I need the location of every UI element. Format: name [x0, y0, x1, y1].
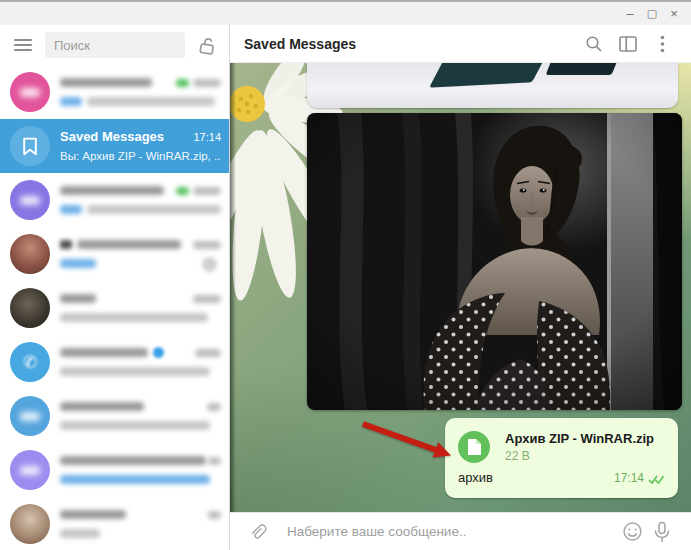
file-title: Архив ZIP - WinRAR.zip	[505, 431, 654, 446]
chat-list-item-redacted[interactable]	[0, 65, 229, 119]
chat-pane: Saved Messages	[230, 25, 691, 550]
window-close-button[interactable]: ×	[663, 7, 685, 20]
window-minimize-button[interactable]: –	[619, 7, 641, 20]
chat-list-item-saved-messages[interactable]: Saved Messages 17:14 Вы: Архив ZIP - Win…	[0, 119, 229, 173]
avatar	[10, 396, 50, 436]
emoji-icon[interactable]	[617, 517, 647, 547]
phone-icon: ✆	[23, 352, 37, 373]
bookmark-icon	[22, 137, 38, 156]
read-checks-icon	[648, 474, 665, 485]
sidebar-header: Поиск	[0, 25, 229, 65]
avatar	[10, 450, 50, 490]
chat-list-item-redacted[interactable]: ✆	[0, 335, 229, 389]
search-placeholder: Поиск	[54, 38, 90, 53]
verified-badge	[153, 347, 164, 358]
chat-header: Saved Messages	[230, 25, 691, 63]
message-composer: Наберите ваше сообщение..	[230, 512, 691, 550]
chat-list-item-redacted[interactable]	[0, 227, 229, 281]
photo-message[interactable]	[307, 113, 682, 410]
mic-icon[interactable]	[647, 517, 677, 547]
chat-header-title: Saved Messages	[244, 36, 577, 52]
menu-dots-icon[interactable]	[645, 29, 679, 59]
chat-list-item-redacted[interactable]	[0, 173, 229, 227]
avatar	[10, 234, 50, 274]
file-icon	[467, 438, 482, 456]
chat-list-item-redacted[interactable]	[0, 389, 229, 443]
message-caption: архив	[458, 470, 614, 485]
main-menu-icon[interactable]	[14, 39, 32, 51]
avatar	[10, 72, 50, 112]
avatar	[10, 504, 50, 544]
chat-list-item-redacted[interactable]	[0, 281, 229, 335]
chat-list-item-redacted[interactable]	[0, 443, 229, 497]
avatar: ✆	[10, 342, 50, 382]
window-titlebar: – ▢ ×	[0, 0, 691, 25]
sidebar-toggle-icon[interactable]	[611, 29, 645, 59]
previous-photo-message[interactable]	[307, 63, 678, 108]
file-message-bubble[interactable]: Архив ZIP - WinRAR.zip 22 В архив 17:14	[445, 418, 678, 498]
search-icon[interactable]	[577, 29, 611, 59]
chat-name: Saved Messages	[60, 129, 164, 144]
file-size: 22 В	[505, 449, 654, 463]
avatar	[10, 288, 50, 328]
chat-list-item-redacted[interactable]	[0, 497, 229, 550]
message-input[interactable]: Наберите ваше сообщение..	[287, 524, 617, 539]
avatar	[10, 180, 50, 220]
telegram-window: – ▢ × Поиск	[0, 0, 691, 550]
window-maximize-button[interactable]: ▢	[641, 8, 663, 19]
saved-messages-avatar	[10, 126, 50, 166]
attach-file-icon[interactable]	[244, 517, 274, 547]
chat-preview: Вы: Архив ZIP - WinRAR.zip, ...	[60, 150, 221, 162]
file-download-button[interactable]	[458, 431, 490, 463]
search-input[interactable]: Поиск	[45, 32, 185, 58]
message-time: 17:14	[614, 471, 644, 485]
message-area: Архив ZIP - WinRAR.zip 22 В архив 17:14	[230, 63, 691, 512]
chat-list-sidebar: Поиск	[0, 25, 230, 550]
lock-icon[interactable]	[197, 35, 217, 55]
chat-time: 17:14	[193, 131, 221, 143]
